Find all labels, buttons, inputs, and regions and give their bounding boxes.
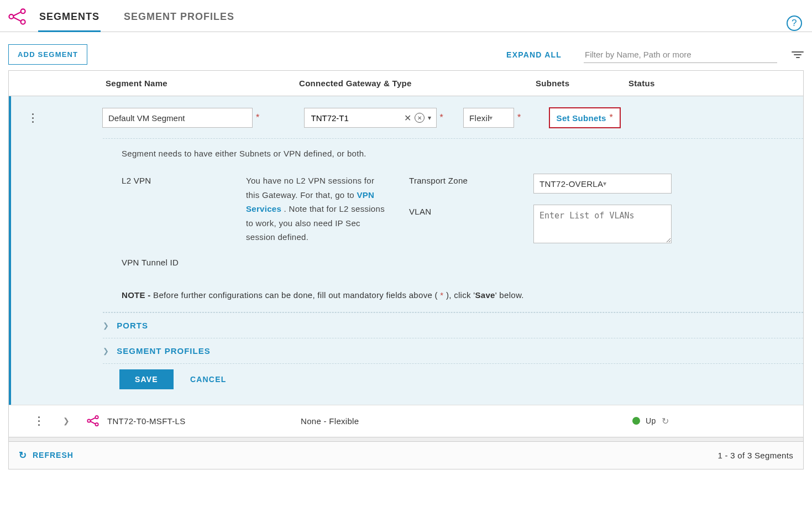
top-bar: SEGMENTS SEGMENT PROFILES ?	[0, 0, 812, 32]
transport-zone-value: TNT72-OVERLAY-TZ | Overlay	[539, 179, 603, 189]
vpn-tunnel-id-label: VPN Tunnel ID	[122, 255, 246, 267]
table-row: ❯ TNT72-T0-MSFT-LS None - Flexible Up ↻	[9, 405, 803, 437]
row-count: 1 - 3 of 3 Segments	[717, 451, 793, 460]
col-status: Status	[623, 71, 803, 96]
gateway-input[interactable]	[311, 113, 401, 123]
transport-zone-label: Transport Zone	[409, 174, 533, 194]
row-segment-name: TNT72-T0-MSFT-LS	[106, 416, 301, 426]
refresh-button[interactable]: ↻ REFRESH	[19, 450, 74, 461]
set-subnets-button[interactable]: Set Subnets *	[549, 107, 621, 128]
chevron-down-icon[interactable]: ▾	[489, 114, 509, 122]
segment-edit-row: * ✕ ✕ ▾ * Flexible ▾ * Set Subnets *	[9, 96, 803, 405]
grid-footer: ↻ REFRESH 1 - 3 of 3 Segments	[9, 441, 803, 469]
segment-name-input[interactable]	[102, 108, 253, 128]
ports-section-toggle[interactable]: ❯ PORTS	[103, 312, 803, 338]
svg-point-7	[95, 423, 98, 426]
network-icon	[8, 8, 26, 25]
svg-point-6	[95, 416, 98, 419]
required-indicator: *	[440, 113, 444, 123]
svg-point-1	[21, 9, 25, 13]
tab-segments[interactable]: SEGMENTS	[38, 6, 101, 32]
tab-segment-profiles[interactable]: SEGMENT PROFILES	[123, 6, 235, 32]
gateway-select[interactable]: ✕ ✕ ▾	[304, 108, 437, 128]
help-icon[interactable]: ?	[787, 15, 802, 31]
tabs: SEGMENTS SEGMENT PROFILES	[38, 6, 804, 32]
col-actions	[9, 71, 100, 96]
row-kebab-menu[interactable]	[38, 416, 40, 426]
svg-line-4	[13, 17, 21, 21]
svg-line-8	[90, 417, 95, 420]
network-icon	[80, 415, 106, 426]
info-text: Segment needs to have either Subnets or …	[11, 139, 803, 168]
col-subnets: Subnets	[530, 71, 623, 96]
filter-icon[interactable]	[792, 51, 804, 58]
col-segment-name: Segment Name	[100, 71, 294, 96]
row-kebab-menu[interactable]	[11, 113, 102, 123]
row-status-text: Up	[646, 416, 656, 425]
note-text: NOTE - Before further configurations can…	[11, 284, 803, 312]
expand-all-link[interactable]: EXPAND ALL	[506, 50, 562, 59]
l2vpn-text: You have no L2 VPN sessions for this Gat…	[246, 174, 387, 244]
save-button[interactable]: SAVE	[119, 369, 174, 389]
add-segment-button[interactable]: ADD SEGMENT	[8, 44, 87, 65]
type-select[interactable]: Flexible ▾	[463, 108, 514, 128]
vlan-input[interactable]	[533, 205, 672, 243]
transport-zone-select[interactable]: TNT72-OVERLAY-TZ | Overlay ▾	[533, 174, 672, 194]
chevron-down-icon[interactable]: ▾	[428, 114, 431, 122]
refresh-status-icon[interactable]: ↻	[662, 416, 669, 426]
gateway-clear-text-icon[interactable]: ✕	[404, 113, 411, 123]
grid-header: Segment Name Connected Gateway & Type Su…	[9, 71, 803, 96]
status-up-icon	[632, 417, 640, 425]
required-indicator: *	[256, 113, 260, 123]
expand-row-icon[interactable]: ❯	[53, 416, 80, 425]
svg-line-9	[90, 421, 95, 424]
svg-line-3	[13, 12, 21, 15]
svg-point-2	[21, 19, 25, 24]
col-connected-gateway: Connected Gateway & Type	[294, 71, 530, 96]
required-indicator: *	[610, 113, 614, 123]
chevron-right-icon: ❯	[103, 321, 109, 330]
cancel-button[interactable]: CANCEL	[190, 375, 227, 384]
l2vpn-label: L2 VPN	[122, 174, 246, 244]
svg-point-0	[9, 14, 13, 19]
grid: Segment Name Connected Gateway & Type Su…	[8, 70, 804, 469]
chevron-down-icon[interactable]: ▾	[603, 180, 667, 187]
filter-input[interactable]	[584, 46, 777, 63]
type-value: Flexible	[469, 113, 489, 123]
row-gateway: None - Flexible	[301, 416, 632, 426]
toolbar: ADD SEGMENT EXPAND ALL	[0, 32, 812, 70]
segment-profiles-section-toggle[interactable]: ❯ SEGMENT PROFILES	[103, 338, 803, 364]
svg-point-5	[87, 419, 90, 422]
refresh-icon: ↻	[19, 450, 27, 461]
chevron-right-icon: ❯	[103, 347, 109, 355]
required-indicator: *	[517, 113, 521, 123]
gateway-clear-selection-icon[interactable]: ✕	[415, 113, 425, 123]
vlan-label: VLAN	[409, 205, 533, 243]
